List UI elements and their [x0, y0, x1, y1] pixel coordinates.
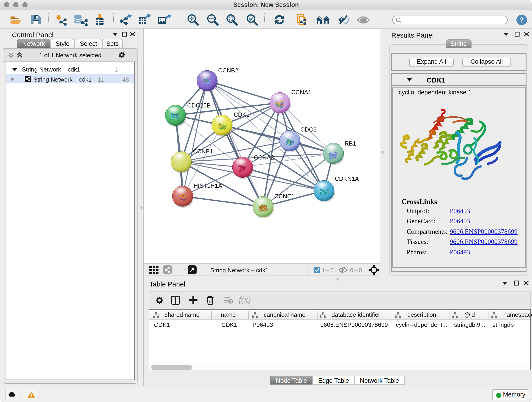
- svg-text:CDK1: CDK1: [234, 111, 249, 118]
- svg-text:HIST1H1A: HIST1H1A: [194, 182, 222, 189]
- svg-text:RB1: RB1: [345, 140, 356, 147]
- svg-text:CCNE1: CCNE1: [274, 193, 294, 200]
- svg-text:CCNA2: CCNA2: [254, 154, 274, 161]
- svg-text:CCNB1: CCNB1: [193, 148, 213, 155]
- svg-text:CDC6: CDC6: [300, 126, 317, 133]
- svg-text:CCNB2: CCNB2: [218, 67, 238, 74]
- svg-text:CDKN1A: CDKN1A: [335, 175, 359, 182]
- svg-text:CCNA1: CCNA1: [291, 89, 311, 96]
- svg-text:CDC25B: CDC25B: [187, 102, 211, 109]
